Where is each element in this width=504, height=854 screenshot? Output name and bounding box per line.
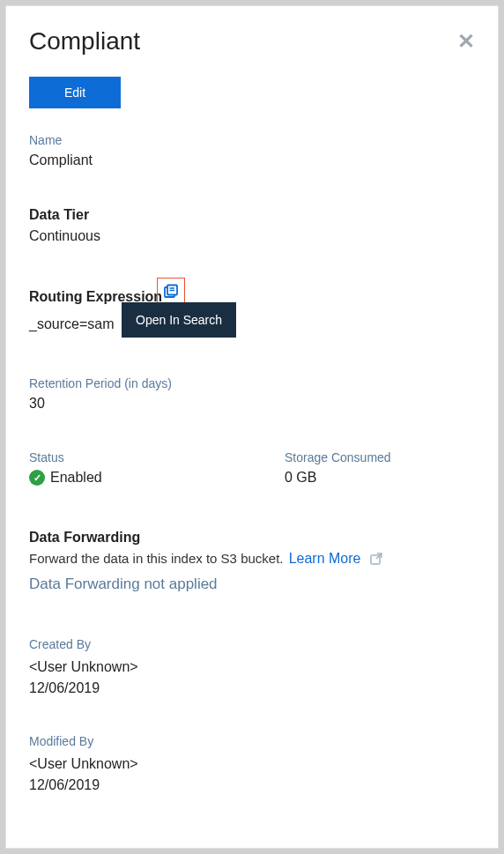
forwarding-status: Data Forwarding not applied <box>29 576 475 593</box>
tooltip: Open In Search <box>122 302 236 338</box>
field-status: Status ✓ Enabled <box>29 450 214 486</box>
data-tier-label: Data Tier <box>29 207 475 223</box>
name-value: Compliant <box>29 152 475 168</box>
close-icon[interactable]: ✕ <box>457 31 475 52</box>
created-by-date: 12/06/2019 <box>29 678 475 699</box>
check-circle-icon: ✓ <box>29 470 45 486</box>
field-name: Name Compliant <box>29 133 475 168</box>
created-by-user: <User Unknown> <box>29 657 475 678</box>
status-label: Status <box>29 450 214 464</box>
field-modified-by: Modified By <User Unknown> 12/06/2019 <box>29 734 475 796</box>
forwarding-heading: Data Forwarding <box>29 530 475 546</box>
field-data-tier: Data Tier Continuous <box>29 207 475 244</box>
data-tier-value: Continuous <box>29 228 475 244</box>
external-link-icon <box>370 553 382 567</box>
field-storage: Storage Consumed 0 GB <box>285 450 391 486</box>
retention-value: 30 <box>29 396 475 412</box>
edit-button[interactable]: Edit <box>29 77 121 108</box>
created-by-label: Created By <box>29 637 475 651</box>
section-data-forwarding: Data Forwarding Forward the data in this… <box>29 530 475 593</box>
field-routing: Routing Expression Open In Search _sourc… <box>29 283 475 332</box>
routing-value: _source=sam <box>29 316 475 332</box>
open-search-icon <box>163 284 179 300</box>
learn-more-link[interactable]: Learn More <box>289 551 361 566</box>
modified-by-label: Modified By <box>29 734 475 748</box>
page-title: Compliant <box>29 27 475 56</box>
field-retention: Retention Period (in days) 30 <box>29 376 475 412</box>
storage-label: Storage Consumed <box>285 450 391 464</box>
name-label: Name <box>29 133 475 147</box>
modified-by-user: <User Unknown> <box>29 754 475 775</box>
field-created-by: Created By <User Unknown> 12/06/2019 <box>29 637 475 699</box>
modified-by-date: 12/06/2019 <box>29 775 475 796</box>
retention-label: Retention Period (in days) <box>29 376 475 390</box>
storage-value: 0 GB <box>285 470 391 486</box>
forwarding-description: Forward the data in this index to S3 buc… <box>29 551 475 567</box>
details-panel: ✕ Compliant Edit Name Compliant Data Tie… <box>5 5 499 849</box>
status-value: Enabled <box>50 470 102 486</box>
